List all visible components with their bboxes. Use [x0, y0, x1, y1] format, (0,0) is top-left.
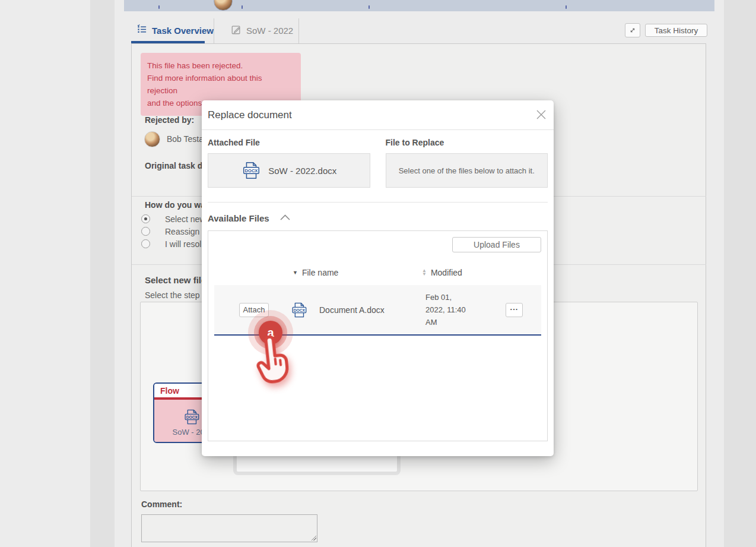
tab-label: Task Overview	[152, 26, 214, 36]
tab-label: SoW - 2022	[246, 26, 293, 36]
user-avatar	[214, 0, 233, 11]
app-screen: Task Overview SoW - 2022 Task History Th…	[0, 0, 756, 547]
radio-select-new[interactable]	[141, 214, 150, 223]
attached-file-name: SoW - 2022.docx	[268, 166, 336, 176]
rejected-by-label: Rejected by:	[145, 115, 194, 125]
radio-label[interactable]: Select new	[165, 214, 205, 224]
svg-text:DOCX: DOCX	[186, 415, 198, 419]
page-header-strip	[124, 0, 714, 11]
ellipsis-icon: ...	[510, 306, 519, 309]
attached-file-box: DOCX SoW - 2022.docx	[208, 153, 370, 188]
attached-file-label: Attached File	[208, 138, 370, 147]
column-label: File name	[302, 268, 338, 277]
rejected-by-name: Bob Testa	[167, 134, 204, 144]
select-step-hint: Select the step y	[145, 290, 207, 300]
available-files-label: Available Files	[208, 213, 269, 223]
expand-icon	[628, 26, 637, 35]
svg-text:DOCX: DOCX	[245, 168, 258, 173]
column-header-file-name[interactable]: ▼ File name	[285, 268, 422, 277]
file-to-replace-box: Select one of the files below to attach …	[386, 153, 548, 188]
attached-file-section: Attached File DOCX SoW - 2022.docx	[208, 138, 370, 188]
right-margin-strip	[724, 0, 756, 547]
clipped-text-fragment	[242, 5, 243, 9]
close-icon[interactable]	[536, 109, 547, 120]
edit-document-icon	[231, 24, 242, 37]
file-table-row[interactable]: Attach DOCX Document A.docx Feb 01, 2022…	[214, 285, 541, 336]
comment-label: Comment:	[141, 499, 182, 509]
files-table-header: ▼ File name ▲▼ Modified	[214, 268, 541, 277]
tab-sow-2022[interactable]: SoW - 2022	[231, 23, 293, 38]
file-to-replace-label: File to Replace	[386, 138, 548, 147]
task-history-label: Task History	[655, 26, 698, 35]
docx-file-icon: DOCX	[241, 160, 261, 181]
tab-separator	[214, 18, 214, 43]
comment-input[interactable]	[141, 514, 317, 542]
upload-files-button[interactable]: Upload Files	[452, 237, 541, 252]
modal-divider	[208, 202, 548, 203]
clipped-text-fragment	[566, 5, 567, 9]
sort-both-icon: ▲▼	[422, 269, 427, 276]
replace-document-modal: Replace document Attached File	[202, 100, 554, 456]
alert-line: Find more information about this rejecti…	[147, 72, 294, 97]
column-header-modified[interactable]: ▲▼ Modified	[422, 268, 487, 277]
clipped-text-fragment	[158, 5, 160, 9]
file-to-replace-section: File to Replace Select one of the files …	[386, 138, 548, 188]
task-list-icon	[137, 24, 147, 36]
docx-file-icon: DOCX	[290, 301, 308, 319]
modal-header: Replace document	[202, 100, 554, 130]
comment-field-wrap	[141, 514, 317, 542]
resolution-question: How do you wan	[145, 200, 210, 210]
available-files-panel: Upload Files ▼ File name ▲▼ Modified	[208, 230, 548, 441]
attach-button[interactable]: Attach	[239, 303, 269, 317]
radio-label[interactable]: I will resol	[165, 239, 201, 249]
docx-file-icon: DOCX	[183, 408, 201, 426]
upload-files-label: Upload Files	[474, 240, 520, 249]
row-menu-button[interactable]: ...	[506, 303, 523, 317]
row-file-name: Document A.docx	[312, 305, 422, 315]
file-to-replace-hint: Select one of the files below to attach …	[399, 166, 535, 175]
radio-reassign[interactable]	[141, 227, 150, 236]
left-margin-strip	[90, 0, 115, 547]
tab-separator	[298, 18, 299, 43]
collapse-chevron-icon[interactable]	[279, 213, 291, 223]
expand-button[interactable]	[625, 23, 640, 37]
attach-label: Attach	[243, 305, 265, 314]
modal-title: Replace document	[208, 109, 292, 121]
task-history-button[interactable]: Task History	[645, 24, 707, 37]
sort-desc-icon: ▼	[293, 270, 298, 276]
right-margin-gap	[714, 0, 724, 547]
radio-label[interactable]: Reassign t	[165, 227, 204, 236]
column-label: Modified	[431, 268, 462, 277]
rejected-by-avatar	[144, 131, 160, 147]
alert-line: This file has been rejected.	[147, 59, 294, 72]
radio-resolve-myself[interactable]	[141, 239, 150, 248]
tab-task-overview[interactable]: Task Overview	[137, 23, 214, 38]
row-modified-date: Feb 01, 2022, 11:40 AM	[422, 291, 471, 328]
clipped-text-fragment	[369, 5, 370, 9]
svg-text:DOCX: DOCX	[293, 308, 305, 312]
